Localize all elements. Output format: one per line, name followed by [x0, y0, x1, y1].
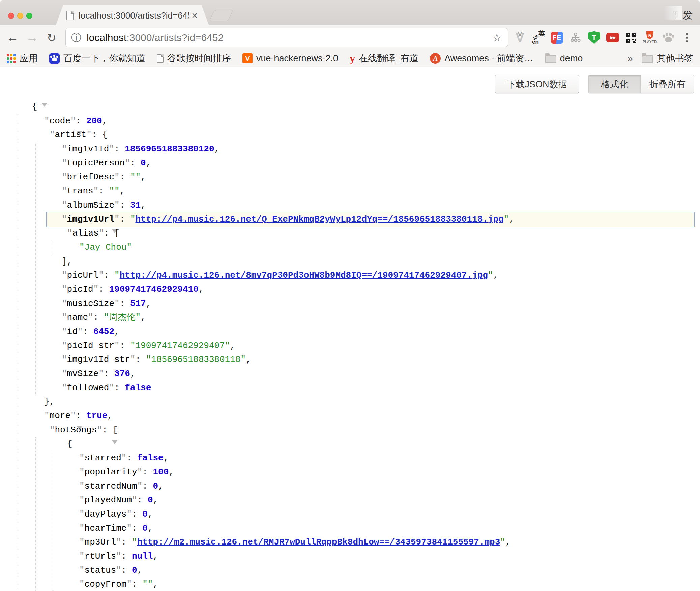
json-link[interactable]: http://m2.music.126.net/RMJR7wDullRqppBk… [137, 537, 500, 547]
bookmark-youdao[interactable]: y 在线翻译_有道 [350, 52, 418, 64]
json-token: ], [62, 256, 72, 267]
json-token: 0 [153, 481, 158, 491]
translate-extension-icon[interactable]: ⇄ 英 en [532, 31, 545, 45]
json-token: " [137, 467, 143, 477]
json-token: "" [130, 172, 141, 182]
new-tab-button[interactable] [209, 10, 233, 21]
json-token: " [99, 228, 104, 238]
fe-extension-icon[interactable]: FE [551, 31, 563, 45]
json-line: "alias": [ [0, 226, 700, 241]
tab-strip: localhost:3000/artists?id=645 × 阿发 [0, 0, 700, 25]
json-line: "starredNum": 0, [0, 479, 700, 494]
json-line: "rtUrls": null, [0, 550, 700, 564]
chrome-menu-icon[interactable] [680, 31, 693, 45]
sitemap-extension-icon[interactable] [569, 31, 582, 45]
qr-glyph [625, 32, 637, 43]
forward-button[interactable]: → [22, 31, 42, 44]
json-token: trans [67, 186, 93, 196]
json-token: "19097417462929407" [130, 341, 230, 351]
bookmark-apps[interactable]: 应用 [7, 52, 38, 64]
json-token: " [79, 523, 85, 533]
json-token: " [126, 523, 132, 533]
awesomes-icon: A [430, 53, 441, 64]
json-token: : [114, 144, 125, 154]
address-bar[interactable]: ⓘ localhost:3000/artists?id=6452 ☆ [65, 28, 508, 47]
json-token: " [114, 214, 120, 224]
json-token: artist [55, 130, 87, 140]
bookmarks-overflow-chevron[interactable]: » [627, 53, 633, 64]
json-token: , [107, 411, 113, 421]
tab-close-icon[interactable]: × [192, 10, 198, 21]
json-token: 31 [130, 200, 141, 210]
bookmark-baidu[interactable]: 百度一下，你就知道 [49, 52, 145, 64]
json-token: hearTime [85, 523, 127, 533]
json-token: : [132, 509, 142, 519]
json-token: " [79, 481, 85, 491]
json-token: " [114, 299, 120, 309]
json-token: starred [85, 453, 121, 463]
json-token: : [120, 214, 130, 224]
browser-tab[interactable]: localhost:3000/artists?id=645 × [56, 5, 209, 26]
json-line: "trans": "", [0, 184, 700, 198]
video-downloader-icon[interactable]: ▶▶ [606, 31, 619, 45]
back-button[interactable]: ← [3, 31, 22, 44]
json-tree: {"code": 200,"artist": {"img1v1Id": 1856… [0, 100, 700, 591]
json-token: " [78, 326, 83, 337]
json-token: 0 [142, 523, 148, 533]
other-bookmarks-folder[interactable]: 其他书签 [642, 52, 693, 64]
json-token: "Jay Chou" [79, 242, 132, 252]
collapse-all-button[interactable]: 折叠所有 [641, 75, 694, 93]
json-token: status [85, 565, 116, 576]
html5-player-icon[interactable]: 5 PLAYER [643, 31, 656, 45]
collapse-toggle-icon[interactable] [112, 440, 117, 454]
bookmark-demo-folder[interactable]: demo [545, 53, 583, 64]
collapse-toggle-icon[interactable] [42, 103, 47, 117]
reload-button[interactable]: ↻ [42, 32, 61, 43]
vue-devtools-icon[interactable]: V V [514, 31, 526, 45]
json-link[interactable]: http://p4.music.126.net/8mv7qP30Pd3oHW8b… [120, 270, 488, 280]
bookmark-awesomes[interactable]: A Awesomes - 前端资… [430, 52, 533, 64]
json-viewer-actions: 下载JSON数据 格式化 折叠所有 [495, 75, 694, 93]
json-token: " [79, 467, 85, 477]
json-token: " [132, 495, 137, 505]
json-token: : { [92, 130, 108, 140]
paw-extension-icon[interactable] [662, 31, 675, 45]
json-token: rtUrls [85, 551, 116, 561]
json-token: " [500, 537, 505, 547]
json-token: " [70, 411, 76, 421]
bookmark-google-sort[interactable]: 谷歌按时间排序 [157, 52, 231, 64]
bookmark-star-icon[interactable]: ☆ [492, 32, 502, 43]
tampermonkey-icon[interactable]: T [588, 31, 601, 45]
minimize-window-button[interactable] [17, 13, 23, 19]
json-token: mvSize [67, 369, 99, 379]
qr-code-icon[interactable] [625, 31, 638, 45]
format-button[interactable]: 格式化 [588, 75, 641, 93]
json-token: img1v1Id [67, 144, 109, 154]
site-info-icon[interactable]: ⓘ [71, 33, 81, 43]
baidu-paw-icon [49, 53, 60, 64]
json-token: " [97, 425, 102, 435]
download-json-button[interactable]: 下载JSON数据 [495, 75, 579, 93]
json-token: " [62, 200, 67, 210]
json-token: " [98, 369, 104, 379]
json-line: ], [0, 255, 700, 269]
json-token: " [62, 270, 67, 280]
browser-window: localhost:3000/artists?id=645 × 阿发 ← → ↻… [0, 0, 700, 591]
json-token: " [109, 383, 114, 393]
fullscreen-window-button[interactable] [26, 13, 32, 19]
json-line: "mvSize": 376, [0, 367, 700, 381]
json-token: " [62, 369, 67, 379]
json-token: : [137, 495, 148, 505]
json-token: " [50, 425, 55, 435]
browser-toolbar: ← → ↻ ⓘ localhost:3000/artists?id=6452 ☆… [0, 25, 700, 50]
close-window-button[interactable] [8, 13, 14, 19]
json-token: , [214, 144, 220, 154]
bookmark-vue-hackernews[interactable]: V vue-hackernews-2.0 [242, 53, 338, 64]
json-link[interactable]: http://p4.music.126.net/Q_ExePNkmqB2yWyL… [135, 214, 503, 224]
json-token: : [98, 284, 109, 294]
json-token: " [88, 312, 93, 322]
sitemap-glyph [570, 32, 582, 44]
json-token: followed [67, 383, 109, 393]
json-token: " [62, 284, 67, 294]
vue-favicon: V [242, 53, 253, 63]
